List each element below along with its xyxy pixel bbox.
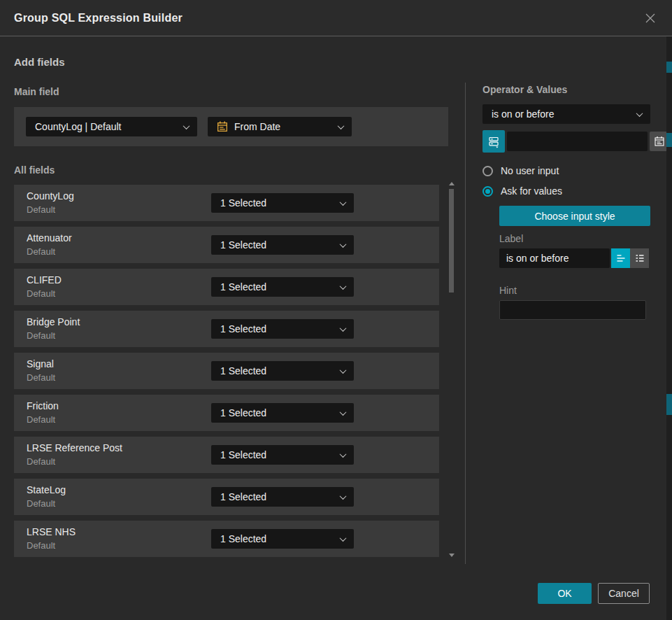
field-subtitle: Default [27,204,55,215]
field-row: CountyLog Default 1 Selected [14,185,439,221]
field-name: StateLog [27,484,66,495]
main-field-heading: Main field [14,86,59,97]
hint-input[interactable] [499,300,646,320]
field-row: Friction Default 1 Selected [14,395,439,431]
field-selection-dropdown[interactable]: 1 Selected [211,529,354,549]
chevron-down-icon [340,283,347,290]
field-subtitle: Default [27,372,55,383]
field-name: CLIFED [27,274,62,286]
chevron-down-icon [340,199,347,206]
chevron-down-icon [338,122,345,129]
background-app-edge [666,36,672,620]
field-row: Bridge Point Default 1 Selected [14,311,439,347]
background-accent-fragment [666,62,672,73]
field-name: CountyLog [27,190,74,202]
operator-select[interactable]: is on or before [482,104,650,124]
hint-caption: Hint [499,285,650,296]
value-type-button[interactable] [482,130,505,153]
unique-values-icon [487,135,501,148]
label-style-segmented-control [611,248,649,268]
chevron-down-icon [636,110,643,117]
background-accent-fragment [666,133,672,147]
chevron-down-icon [340,451,347,458]
layer-select-value: CountyLog | Default [35,121,178,132]
list-scrollbar[interactable] [448,181,455,558]
background-accent-fragment [666,394,672,415]
radio-no-user-input[interactable]: No user input [482,165,650,176]
chevron-down-icon [340,493,347,500]
field-name: LRSE NHS [27,526,76,537]
close-icon [644,12,657,24]
radio-icon [482,166,493,176]
field-selection-value: 1 Selected [220,281,335,293]
chevron-down-icon [340,241,347,248]
ask-for-values-options: Choose input style Label [499,206,650,320]
field-selection-dropdown[interactable]: 1 Selected [211,319,354,339]
field-selection-dropdown[interactable]: 1 Selected [211,361,354,381]
cancel-button[interactable]: Cancel [598,583,650,604]
field-selection-value: 1 Selected [220,449,335,460]
label-caption: Label [499,233,650,244]
close-button[interactable] [641,9,659,27]
operator-values-panel: Operator & Values is on or before [482,84,650,320]
field-subtitle: Default [27,246,55,257]
scroll-up-icon[interactable] [449,182,455,185]
field-row: CLIFED Default 1 Selected [14,269,439,305]
field-subtitle: Default [27,498,55,509]
field-selection-value: 1 Selected [220,533,335,544]
dialog-title: Group SQL Expression Builder [14,12,183,24]
main-field-box: CountyLog | Default From Date [14,107,448,146]
field-selection-dropdown[interactable]: 1 Selected [211,445,354,465]
list-style-button[interactable] [630,248,649,268]
chevron-down-icon [340,535,347,542]
radio-label: Ask for values [501,185,562,197]
field-selection-dropdown[interactable]: 1 Selected [211,487,354,507]
field-selection-dropdown[interactable]: 1 Selected [211,235,354,255]
field-select[interactable]: From Date [208,117,352,136]
list-icon [634,253,645,264]
chevron-down-icon [340,325,347,332]
field-name: Signal [27,358,54,369]
scrollbar-thumb[interactable] [449,189,454,293]
field-select-value: From Date [234,121,333,132]
value-input[interactable] [507,132,648,151]
field-row: StateLog Default 1 Selected [14,479,439,515]
all-fields-heading: All fields [14,164,55,176]
field-row: LRSE NHS Default 1 Selected [14,521,439,557]
field-selection-value: 1 Selected [220,323,335,334]
value-row [482,130,650,153]
field-name: Bridge Point [27,316,80,327]
field-selection-value: 1 Selected [220,491,335,502]
scroll-down-icon[interactable] [449,554,455,557]
field-name: LRSE Reference Post [27,442,122,453]
field-subtitle: Default [27,540,55,551]
calendar-icon [217,121,228,132]
panel-divider [465,83,466,564]
field-row: Signal Default 1 Selected [14,353,439,389]
radio-ask-for-values[interactable]: Ask for values [482,185,650,197]
field-subtitle: Default [27,330,55,341]
field-name: Attenuator [27,232,72,244]
all-fields-list: CountyLog Default 1 Selected Attenuator … [14,185,439,563]
chevron-down-icon [183,122,190,129]
label-row [499,248,650,268]
chevron-down-icon [340,409,347,416]
label-input[interactable] [499,248,610,268]
calendar-icon [654,136,665,147]
field-row: Attenuator Default 1 Selected [14,227,439,263]
chevron-down-icon [340,367,347,374]
field-subtitle: Default [27,288,55,299]
dialog-titlebar: Group SQL Expression Builder [0,0,672,36]
single-line-style-button[interactable] [611,248,630,268]
radio-label: No user input [501,165,559,176]
field-selection-dropdown[interactable]: 1 Selected [211,193,354,213]
choose-input-style-button[interactable]: Choose input style [499,206,650,226]
field-selection-dropdown[interactable]: 1 Selected [211,403,354,423]
field-subtitle: Default [27,456,55,467]
field-selection-value: 1 Selected [220,407,335,418]
layer-select[interactable]: CountyLog | Default [26,117,197,136]
field-name: Friction [27,400,59,411]
field-selection-value: 1 Selected [220,239,335,251]
ok-button[interactable]: OK [538,583,592,604]
field-selection-dropdown[interactable]: 1 Selected [211,277,354,297]
